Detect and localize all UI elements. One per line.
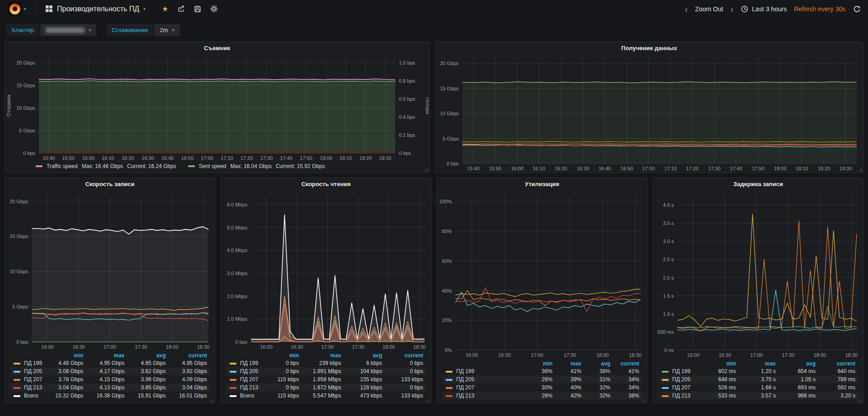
panel-resize-handle[interactable] [858, 167, 863, 172]
legend-series-stat: Max: 16.04 Gbps [231, 163, 272, 169]
timeseries-chart[interactable]: 16:0016:3017:0017:3018:0018:300%20%40%60… [437, 190, 647, 359]
svg-text:1.5 s: 1.5 s [663, 293, 674, 299]
legend-column-header[interactable]: min [45, 352, 86, 359]
legend-column-header[interactable]: min [527, 360, 556, 367]
panel-resize-handle[interactable] [858, 397, 863, 402]
legend-series-name[interactable]: ПД 205 [443, 375, 527, 383]
svg-text:0.2 bps: 0.2 bps [399, 132, 415, 138]
legend-column-header[interactable]: avg [344, 352, 386, 359]
legend-column-header[interactable]: max [739, 360, 779, 367]
legend-series-name[interactable]: ПД 213 [10, 383, 45, 392]
legend-column-header[interactable]: avg [779, 360, 819, 367]
svg-text:17:20: 17:20 [241, 155, 253, 161]
svg-text:16:00: 16:00 [82, 155, 95, 161]
save-icon[interactable] [193, 5, 202, 13]
legend-column-header[interactable]: current [385, 352, 426, 359]
dashboard-picker[interactable]: Производительность ПД ▾ [43, 5, 147, 13]
panel-title[interactable]: Съемник [5, 42, 429, 54]
time-shift-back-icon[interactable]: ‹ [685, 5, 688, 13]
legend-series-item[interactable]: Traffic speedMax: 16.46 GbpsCurrent: 16.… [36, 163, 176, 169]
time-shift-forward-icon[interactable]: › [731, 5, 734, 13]
variable-smoothing-value-dropdown[interactable]: 2m ▾ [154, 24, 179, 36]
legend-series-name[interactable]: ПД 213 [659, 392, 699, 400]
panel-title[interactable]: Скорость записи [5, 178, 215, 190]
legend-column-header[interactable]: avg [128, 352, 169, 359]
variable-cluster-label[interactable]: Кластер [6, 24, 39, 36]
legend-series-name[interactable]: Всего [10, 392, 45, 400]
svg-text:Отправка: Отправка [6, 94, 11, 117]
svg-text:16:00: 16:00 [687, 352, 700, 358]
panel-title[interactable]: Получение данных [435, 42, 863, 54]
legend-series-name[interactable]: ПД 213 [226, 383, 261, 392]
legend-column-header[interactable]: current [169, 352, 210, 359]
zoom-out-button[interactable]: Zoom Out [695, 5, 723, 13]
legend-column-header[interactable]: min [699, 360, 739, 367]
svg-text:60%: 60% [442, 258, 452, 264]
legend-series-name[interactable]: Всего [226, 392, 261, 400]
legend-stat-value: 526 ms [699, 383, 739, 392]
variable-cluster-value-dropdown[interactable]: ▾ [40, 24, 96, 36]
legend-stat-value: 0 bps [261, 367, 302, 375]
svg-text:2.5 s: 2.5 s [663, 257, 674, 262]
legend-column-header[interactable]: min [261, 352, 302, 359]
legend-column-header[interactable]: max [302, 352, 344, 359]
legend-series-name[interactable]: ПД 199 [10, 359, 45, 367]
timeseries-chart[interactable]: 16:0016:3017:0017:3018:0018:300 bps5 Gbp… [5, 190, 215, 351]
panel-title[interactable]: Утилизация [437, 178, 647, 190]
chart-legend: minmaxavgcurrentПД 199602 ms1.20 s654 ms… [653, 359, 863, 403]
panel-resize-handle[interactable] [209, 397, 214, 402]
legend-series-name[interactable]: ПД 205 [659, 375, 699, 383]
legend-series-name[interactable]: ПД 205 [226, 367, 261, 375]
panel-title[interactable]: Скорость чтения [221, 178, 431, 190]
timeseries-chart[interactable]: 15:4015:5016:0016:1016:2016:3016:4016:50… [435, 54, 863, 173]
legend-color-swatch [662, 371, 669, 373]
legend-series-name[interactable]: ПД 199 [659, 367, 699, 375]
legend-color-swatch [230, 387, 236, 389]
svg-text:18:10: 18:10 [340, 155, 352, 161]
legend-color-swatch [446, 379, 453, 381]
legend-color-swatch [230, 371, 236, 373]
legend-series-name[interactable]: ПД 205 [10, 367, 45, 375]
share-icon[interactable] [177, 5, 185, 13]
legend-series-name[interactable]: ПД 199 [226, 359, 261, 367]
variable-smoothing-label[interactable]: Сглаживание [106, 24, 153, 36]
svg-text:0 bps: 0 bps [447, 161, 459, 166]
refresh-icon[interactable] [853, 5, 861, 13]
svg-text:16:40: 16:40 [599, 166, 611, 171]
panel-resize-handle[interactable] [425, 397, 430, 402]
legend-column-header[interactable]: max [86, 352, 127, 359]
legend-series-name[interactable]: ПД 207 [10, 375, 45, 383]
legend-series-name[interactable]: ПД 207 [443, 383, 527, 392]
time-range-picker[interactable]: Last 3 hours [741, 5, 787, 13]
legend-stat-value: 0 bps [261, 383, 302, 392]
legend-series-name[interactable]: ПД 207 [659, 383, 699, 392]
svg-text:16:30: 16:30 [142, 155, 154, 161]
timeseries-chart[interactable]: 16:0016:3017:0017:3018:0018:300 ns500 ms… [653, 190, 863, 359]
panel-resize-handle[interactable] [642, 397, 646, 402]
legend-series-name[interactable]: ПД 213 [443, 392, 527, 400]
legend-column-header[interactable]: avg [585, 360, 613, 367]
panel-title[interactable]: Задержка записи [653, 178, 863, 190]
legend-column-header[interactable]: current [613, 360, 642, 367]
legend-stat-value: 235 kbps [344, 375, 386, 383]
legend-stat-value: 4.95 Gbps [169, 359, 210, 367]
timeseries-chart[interactable]: 16:0016:3017:0017:3018:0018:300 bps1.0 M… [221, 190, 431, 351]
legend-series-name[interactable]: ПД 207 [226, 375, 261, 383]
svg-text:16:50: 16:50 [181, 155, 194, 161]
star-icon[interactable]: ★ [161, 5, 169, 13]
legend-row: ПД 1994.48 Gbps4.95 Gbps4.65 Gbps4.95 Gb… [10, 359, 210, 367]
legend-stat-value: 1.05 s [779, 375, 819, 383]
legend-column-header[interactable]: max [556, 360, 585, 367]
refresh-interval-label[interactable]: Refresh every 30s [794, 5, 845, 13]
legend-color-swatch [14, 395, 20, 397]
legend-stat-value: 3.04 Gbps [169, 383, 210, 392]
panel-resize-handle[interactable] [424, 167, 429, 172]
legend-series-name[interactable]: ПД 199 [443, 367, 527, 375]
grafana-logo-button[interactable]: ▾ [5, 2, 30, 16]
legend-column-header[interactable]: current [819, 360, 859, 367]
svg-text:15:50: 15:50 [62, 155, 75, 161]
settings-gear-icon[interactable] [210, 5, 218, 13]
legend-series-item[interactable]: Sent speedMax: 16.04 GbpsCurrent: 15.92 … [188, 163, 325, 169]
legend-stat-value: 15.91 Gbps [128, 392, 169, 400]
timeseries-chart[interactable]: 15:4015:5016:0016:1016:2016:3016:4016:50… [5, 54, 429, 162]
